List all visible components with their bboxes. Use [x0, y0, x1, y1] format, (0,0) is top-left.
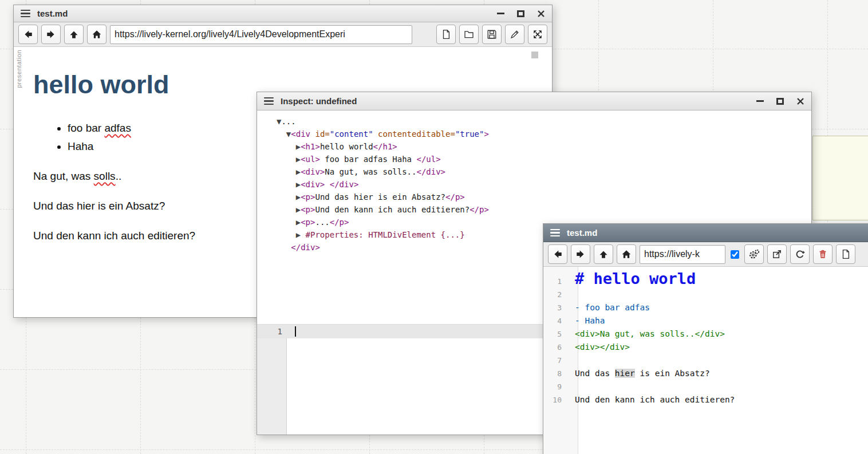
token: foo bar adfas Haha [320, 155, 417, 164]
token: </ul> [416, 155, 440, 164]
window-title: test.md [37, 9, 68, 18]
editor-line[interactable]: 8Und das hier is ein Absatz? [543, 367, 868, 380]
token: Na gut, was solls.. [325, 167, 416, 176]
maximize-icon[interactable] [776, 98, 784, 105]
window-menu-icon[interactable] [264, 97, 274, 105]
token: ▶ [296, 205, 301, 214]
token: id= [315, 129, 329, 139]
editor-line[interactable]: 4- Haha [543, 314, 868, 327]
save-button[interactable] [482, 25, 502, 44]
editor-line[interactable]: 5<div>Na gut, was solls..</div> [543, 327, 868, 341]
url-input[interactable] [640, 245, 725, 264]
token: #Properties: HTMLDivElement {...} [306, 230, 465, 239]
window-titlebar[interactable]: test.md [543, 224, 868, 242]
window-titlebar[interactable]: Inspect: undefined [257, 92, 811, 110]
home-button[interactable] [87, 25, 106, 44]
close-icon[interactable] [537, 10, 545, 18]
url-input[interactable] [110, 25, 412, 44]
up-arrow-icon [598, 249, 609, 259]
editor-line[interactable]: 1# hello world [543, 270, 868, 288]
editor-line[interactable]: 10Und den kann ich auch editieren? [543, 393, 868, 406]
line-content: Und den kann ich auch editieren? [570, 393, 740, 406]
token: "content" [330, 129, 373, 139]
open-external-button[interactable] [767, 244, 787, 264]
home-button[interactable] [617, 244, 636, 264]
token: ▶ [296, 180, 301, 189]
line-number: 8 [543, 368, 570, 380]
settings-button[interactable] [744, 244, 764, 264]
line-number-gutter [257, 325, 287, 435]
editor-line[interactable]: 2 [543, 288, 868, 301]
editor-line[interactable]: 7 [543, 354, 868, 367]
line-content: - foo bar adfas [570, 301, 655, 314]
token [277, 230, 296, 239]
delete-button[interactable] [813, 244, 833, 264]
minimize-icon[interactable] [497, 13, 504, 14]
back-button[interactable] [18, 25, 38, 44]
token: <h1> [301, 142, 320, 151]
edit-button[interactable] [505, 25, 524, 44]
token: <p> [301, 205, 315, 214]
new-file-button[interactable] [436, 25, 456, 44]
token: contenteditable= [378, 129, 455, 139]
tree-line[interactable]: ▶<p>Und den kann ich auch editieren?</p> [277, 203, 806, 216]
home-icon [92, 29, 102, 40]
new-file-button[interactable] [836, 244, 855, 264]
close-icon[interactable] [796, 97, 804, 105]
token: - Haha [575, 316, 605, 325]
token: # hello world [575, 270, 696, 287]
line-number: 4 [543, 315, 570, 327]
token [373, 129, 378, 139]
tree-line[interactable]: ▶<ul> foo bar adfas Haha </ul> [277, 153, 806, 165]
reload-button[interactable] [790, 244, 810, 264]
tree-line[interactable]: ▶<div>Na gut, was solls..</div> [277, 165, 806, 178]
back-button[interactable] [548, 244, 567, 264]
line-content: <div></div> [570, 341, 635, 353]
token [277, 205, 296, 214]
window-menu-icon[interactable] [21, 10, 30, 17]
token: Und das hier is ein Absatz? [33, 200, 165, 212]
editor-toolbar [543, 242, 868, 267]
line-number: 2 [543, 289, 570, 301]
line-number: 1 [257, 325, 282, 338]
maximize-icon[interactable] [517, 10, 524, 17]
folder-button[interactable] [459, 25, 479, 44]
tree-line[interactable]: ▶<h1>hello world</h1> [277, 140, 806, 153]
editor-line[interactable]: 9 [543, 380, 868, 393]
line-content [570, 354, 580, 366]
window-title: Inspect: undefined [281, 96, 357, 106]
token: ▶ [296, 167, 301, 176]
token: ▶ [296, 218, 301, 227]
tree-line[interactable]: ▼... [277, 115, 806, 128]
tree-line[interactable]: ▶<p>Und das hier is ein Absatz?</p> [277, 191, 806, 203]
token: ▶ [296, 230, 306, 239]
minimize-icon[interactable] [756, 100, 764, 102]
window-titlebar[interactable]: test.md [14, 5, 552, 22]
token [277, 243, 291, 252]
token: ▶ [296, 142, 301, 151]
token [277, 155, 296, 164]
token: <div> [301, 167, 325, 176]
up-button[interactable] [64, 25, 84, 44]
forward-button[interactable] [571, 244, 590, 264]
tree-line[interactable]: ▼<div id="content" contenteditable="true… [277, 128, 806, 140]
token: "true" [455, 129, 484, 139]
token: </p> [330, 218, 349, 227]
token: foo bar [68, 122, 104, 134]
editor-line[interactable]: 3- foo bar adfas [543, 301, 868, 314]
window-menu-icon[interactable] [550, 229, 560, 236]
auto-update-checkbox[interactable] [731, 250, 739, 259]
forward-button[interactable] [41, 25, 61, 44]
trash-icon [818, 249, 828, 259]
token: > [484, 129, 488, 139]
tree-line[interactable]: ▶<div> </div> [277, 178, 806, 191]
token: </div> [330, 180, 359, 189]
expand-button[interactable] [528, 25, 547, 44]
editor-line[interactable]: 6<div></div> [543, 341, 868, 354]
code-editor[interactable]: 1# hello world23- foo bar adfas4- Haha5<… [543, 267, 868, 454]
pencil-icon [510, 29, 520, 40]
new-file-icon [441, 29, 451, 40]
token [277, 192, 296, 202]
token: </div> [416, 167, 445, 176]
up-button[interactable] [594, 244, 613, 264]
